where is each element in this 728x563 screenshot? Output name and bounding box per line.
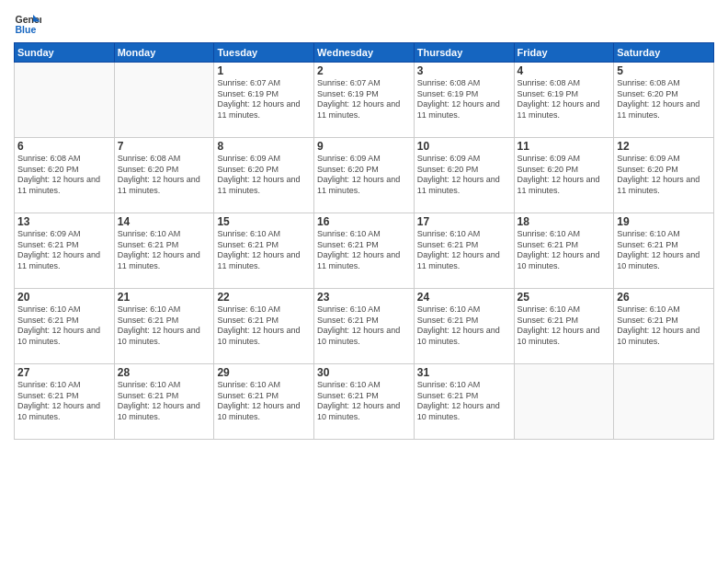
logo-icon: General Blue [14, 9, 41, 37]
day-number: 5 [617, 64, 711, 77]
calendar-cell: 1Sunrise: 6:07 AM Sunset: 6:19 PM Daylig… [214, 63, 314, 138]
calendar-week-row: 27Sunrise: 6:10 AM Sunset: 6:21 PM Dayli… [15, 364, 714, 440]
calendar-page: General Blue SundayMondayTuesdayWednesda… [0, 0, 728, 563]
weekday-header-row: SundayMondayTuesdayWednesdayThursdayFrid… [15, 43, 714, 63]
day-number: 28 [118, 366, 211, 379]
calendar-cell: 28Sunrise: 6:10 AM Sunset: 6:21 PM Dayli… [114, 364, 214, 440]
calendar-cell: 2Sunrise: 6:07 AM Sunset: 6:19 PM Daylig… [314, 63, 415, 138]
cell-info: Sunrise: 6:07 AM Sunset: 6:19 PM Dayligh… [217, 78, 311, 121]
day-number: 20 [17, 291, 111, 304]
weekday-header: Tuesday [214, 43, 314, 63]
calendar-cell: 10Sunrise: 6:09 AM Sunset: 6:20 PM Dayli… [414, 138, 514, 213]
calendar-cell: 21Sunrise: 6:10 AM Sunset: 6:21 PM Dayli… [114, 289, 214, 364]
cell-info: Sunrise: 6:10 AM Sunset: 6:21 PM Dayligh… [217, 304, 311, 348]
day-number: 11 [518, 140, 611, 153]
day-number: 26 [617, 291, 711, 304]
calendar-cell: 18Sunrise: 6:10 AM Sunset: 6:21 PM Dayli… [514, 213, 614, 289]
calendar-cell: 4Sunrise: 6:08 AM Sunset: 6:19 PM Daylig… [514, 63, 614, 138]
cell-info: Sunrise: 6:10 AM Sunset: 6:21 PM Dayligh… [17, 380, 111, 423]
calendar-cell [114, 63, 214, 138]
cell-info: Sunrise: 6:10 AM Sunset: 6:21 PM Dayligh… [317, 380, 411, 423]
day-number: 21 [118, 291, 211, 304]
cell-info: Sunrise: 6:10 AM Sunset: 6:21 PM Dayligh… [118, 380, 211, 423]
weekday-header: Wednesday [314, 43, 415, 63]
day-number: 19 [617, 215, 711, 228]
calendar-cell: 24Sunrise: 6:10 AM Sunset: 6:21 PM Dayli… [414, 289, 514, 364]
day-number: 14 [118, 215, 211, 228]
cell-info: Sunrise: 6:09 AM Sunset: 6:20 PM Dayligh… [217, 154, 311, 197]
calendar-cell: 20Sunrise: 6:10 AM Sunset: 6:21 PM Dayli… [15, 289, 115, 364]
cell-info: Sunrise: 6:10 AM Sunset: 6:21 PM Dayligh… [118, 304, 211, 348]
day-number: 8 [217, 140, 311, 153]
cell-info: Sunrise: 6:10 AM Sunset: 6:21 PM Dayligh… [417, 229, 511, 272]
cell-info: Sunrise: 6:10 AM Sunset: 6:21 PM Dayligh… [217, 229, 311, 272]
svg-text:Blue: Blue [16, 24, 37, 35]
cell-info: Sunrise: 6:07 AM Sunset: 6:19 PM Dayligh… [317, 78, 411, 121]
weekday-header: Saturday [614, 43, 714, 63]
cell-info: Sunrise: 6:10 AM Sunset: 6:21 PM Dayligh… [17, 304, 111, 348]
calendar-cell: 26Sunrise: 6:10 AM Sunset: 6:21 PM Dayli… [614, 289, 714, 364]
cell-info: Sunrise: 6:10 AM Sunset: 6:21 PM Dayligh… [617, 229, 711, 272]
day-number: 15 [217, 215, 311, 228]
cell-info: Sunrise: 6:08 AM Sunset: 6:20 PM Dayligh… [118, 154, 211, 197]
cell-info: Sunrise: 6:09 AM Sunset: 6:20 PM Dayligh… [518, 154, 611, 197]
day-number: 2 [317, 64, 411, 77]
day-number: 16 [317, 215, 411, 228]
cell-info: Sunrise: 6:10 AM Sunset: 6:21 PM Dayligh… [518, 229, 611, 272]
day-number: 7 [118, 140, 211, 153]
day-number: 18 [518, 215, 611, 228]
calendar-cell: 3Sunrise: 6:08 AM Sunset: 6:19 PM Daylig… [414, 63, 514, 138]
calendar-cell: 13Sunrise: 6:09 AM Sunset: 6:21 PM Dayli… [15, 213, 115, 289]
calendar-week-row: 6Sunrise: 6:08 AM Sunset: 6:20 PM Daylig… [15, 138, 714, 213]
calendar-week-row: 13Sunrise: 6:09 AM Sunset: 6:21 PM Dayli… [15, 213, 714, 289]
day-number: 24 [417, 291, 511, 304]
day-number: 6 [17, 140, 111, 153]
day-number: 9 [317, 140, 411, 153]
cell-info: Sunrise: 6:08 AM Sunset: 6:19 PM Dayligh… [417, 78, 511, 121]
calendar-cell: 31Sunrise: 6:10 AM Sunset: 6:21 PM Dayli… [414, 364, 514, 440]
calendar-cell: 7Sunrise: 6:08 AM Sunset: 6:20 PM Daylig… [114, 138, 214, 213]
calendar-cell: 9Sunrise: 6:09 AM Sunset: 6:20 PM Daylig… [314, 138, 415, 213]
calendar-cell: 17Sunrise: 6:10 AM Sunset: 6:21 PM Dayli… [414, 213, 514, 289]
day-number: 23 [317, 291, 411, 304]
weekday-header: Monday [114, 43, 214, 63]
cell-info: Sunrise: 6:10 AM Sunset: 6:21 PM Dayligh… [417, 304, 511, 348]
day-number: 27 [17, 366, 111, 379]
calendar-cell: 22Sunrise: 6:10 AM Sunset: 6:21 PM Dayli… [214, 289, 314, 364]
calendar-cell: 15Sunrise: 6:10 AM Sunset: 6:21 PM Dayli… [214, 213, 314, 289]
header: General Blue [14, 9, 714, 37]
day-number: 17 [417, 215, 511, 228]
cell-info: Sunrise: 6:10 AM Sunset: 6:21 PM Dayligh… [118, 229, 211, 272]
day-number: 30 [317, 366, 411, 379]
weekday-header: Sunday [15, 43, 115, 63]
weekday-header: Friday [514, 43, 614, 63]
calendar-cell: 14Sunrise: 6:10 AM Sunset: 6:21 PM Dayli… [114, 213, 214, 289]
day-number: 10 [417, 140, 511, 153]
calendar-cell: 23Sunrise: 6:10 AM Sunset: 6:21 PM Dayli… [314, 289, 415, 364]
day-number: 29 [217, 366, 311, 379]
calendar-cell: 25Sunrise: 6:10 AM Sunset: 6:21 PM Dayli… [514, 289, 614, 364]
calendar-week-row: 1Sunrise: 6:07 AM Sunset: 6:19 PM Daylig… [15, 63, 714, 138]
cell-info: Sunrise: 6:10 AM Sunset: 6:21 PM Dayligh… [617, 304, 711, 348]
day-number: 1 [217, 64, 311, 77]
cell-info: Sunrise: 6:10 AM Sunset: 6:21 PM Dayligh… [317, 229, 411, 272]
cell-info: Sunrise: 6:10 AM Sunset: 6:21 PM Dayligh… [317, 304, 411, 348]
calendar-cell: 29Sunrise: 6:10 AM Sunset: 6:21 PM Dayli… [214, 364, 314, 440]
calendar-cell: 30Sunrise: 6:10 AM Sunset: 6:21 PM Dayli… [314, 364, 415, 440]
cell-info: Sunrise: 6:09 AM Sunset: 6:21 PM Dayligh… [17, 229, 111, 272]
day-number: 3 [417, 64, 511, 77]
day-number: 31 [417, 366, 511, 379]
calendar-cell [514, 364, 614, 440]
calendar-cell: 6Sunrise: 6:08 AM Sunset: 6:20 PM Daylig… [15, 138, 115, 213]
day-number: 12 [617, 140, 711, 153]
calendar-cell: 11Sunrise: 6:09 AM Sunset: 6:20 PM Dayli… [514, 138, 614, 213]
cell-info: Sunrise: 6:08 AM Sunset: 6:19 PM Dayligh… [518, 78, 611, 121]
calendar-cell [614, 364, 714, 440]
cell-info: Sunrise: 6:09 AM Sunset: 6:20 PM Dayligh… [617, 154, 711, 197]
cell-info: Sunrise: 6:08 AM Sunset: 6:20 PM Dayligh… [17, 154, 111, 197]
calendar-cell: 19Sunrise: 6:10 AM Sunset: 6:21 PM Dayli… [614, 213, 714, 289]
day-number: 22 [217, 291, 311, 304]
cell-info: Sunrise: 6:10 AM Sunset: 6:21 PM Dayligh… [217, 380, 311, 423]
calendar-cell: 27Sunrise: 6:10 AM Sunset: 6:21 PM Dayli… [15, 364, 115, 440]
calendar-table: SundayMondayTuesdayWednesdayThursdayFrid… [14, 42, 714, 440]
